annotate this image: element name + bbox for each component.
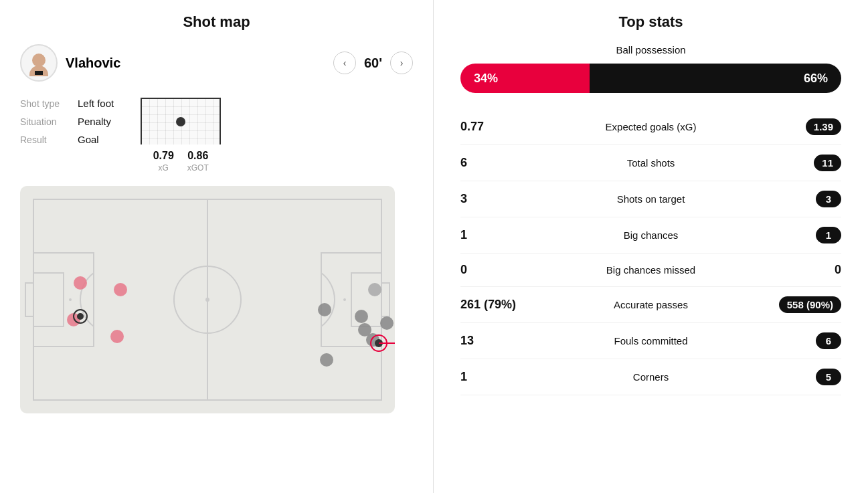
result-value: Goal [78,134,99,145]
result-row: Result Goal [20,134,114,145]
goal-post [141,98,221,144]
stat-right-value: 1.39 [768,118,841,135]
possession-right: 66% [590,64,841,93]
stat-right-value: 558 (90%) [768,296,841,313]
stat-right-value: 6 [768,332,841,349]
right-panel: Top stats Ball possession 34% 66% 0.77Ex… [434,0,868,493]
xg-values: 0.79 xG 0.86 xGOT [153,150,209,173]
svg-point-26 [355,310,368,323]
stat-row: 0Big chances missed0 [460,254,841,287]
shot-type-label: Shot type [20,98,67,109]
xg-value: 0.79 [153,150,174,162]
left-panel: Shot map Vlahovic ‹ 60' › Shot type Left… [0,0,434,493]
goal-graphic: 0.79 xG 0.86 xGOT [141,98,221,173]
avatar [20,44,58,82]
stat-name: Corners [534,371,768,383]
stat-badge: 1.39 [806,118,841,135]
stat-right-value: 5 [768,369,841,385]
svg-point-30 [320,353,333,367]
xgot-value: 0.86 [187,150,208,162]
possession-bar: 34% 66% [460,64,841,93]
svg-point-21 [110,330,124,343]
stat-row: 13Fouls committed6 [460,323,841,359]
stat-name: Expected goals (xG) [534,121,768,132]
svg-point-18 [74,276,87,290]
stats-list: 0.77Expected goals (xG)1.396Total shots1… [460,109,841,395]
svg-rect-4 [39,71,43,75]
stat-name: Fouls committed [534,335,768,347]
situation-row: Situation Penalty [20,116,114,127]
svg-point-17 [343,298,346,301]
stat-badge: 1 [816,227,841,243]
prev-button[interactable]: ‹ [333,52,356,74]
situation-label: Situation [20,116,67,127]
xgot-label: xGOT [187,163,209,173]
stat-right-value: 11 [768,155,841,171]
stat-left-value: 0 [460,263,534,277]
stat-left-value: 261 (79%) [460,298,534,312]
stat-value-plain: 0 [835,263,841,277]
svg-point-0 [32,54,46,67]
svg-point-27 [380,316,394,330]
time-display: 60' [364,56,382,71]
possession-label: Ball possession [460,44,841,56]
stat-left-value: 6 [460,156,534,170]
shot-type-row: Shot type Left foot [20,98,114,109]
stat-left-value: 3 [460,192,534,206]
xg-label: xG [159,163,169,173]
stat-row: 261 (79%)Accurate passes558 (90%) [460,287,841,323]
stat-badge: 11 [814,155,841,171]
stat-row: 6Total shots11 [460,145,841,181]
stat-left-value: 1 [460,370,534,384]
stat-right-value: 1 [768,227,841,243]
xg-item: 0.79 xG [153,150,174,173]
stat-row: 0.77Expected goals (xG)1.39 [460,109,841,145]
xgot-item: 0.86 xGOT [187,150,209,173]
svg-point-24 [368,283,381,296]
situation-value: Penalty [78,116,111,127]
stat-badge: 3 [816,191,841,207]
shot-map-title: Shot map [20,13,413,31]
svg-point-25 [318,303,331,316]
stat-left-value: 0.77 [460,120,534,134]
svg-rect-3 [35,71,39,75]
stat-row: 1Big chances1 [460,217,841,254]
stat-row: 3Shots on target3 [460,181,841,217]
stat-badge: 5 [816,369,841,385]
svg-point-19 [114,283,127,296]
shot-type-value: Left foot [78,98,114,109]
shot-details: Shot type Left foot Situation Penalty Re… [20,98,114,173]
stat-right-value: 0 [768,263,841,277]
svg-point-16 [69,298,72,301]
stat-name: Big chances missed [534,264,768,276]
result-label: Result [20,134,67,145]
top-stats-title: Top stats [460,13,841,31]
stat-badge: 558 (90%) [779,296,841,313]
stat-row: 1Corners5 [460,359,841,395]
stat-right-value: 3 [768,191,841,207]
stat-left-value: 13 [460,334,534,348]
player-header: Vlahovic ‹ 60' › [20,44,413,82]
player-name: Vlahovic [66,56,325,71]
shot-info: Shot type Left foot Situation Penalty Re… [20,98,413,173]
svg-point-23 [77,313,84,320]
stat-name: Accurate passes [534,299,768,310]
next-button[interactable]: › [390,52,413,74]
svg-point-9 [205,298,209,302]
stat-name: Total shots [534,157,768,169]
ball-in-goal [176,117,185,126]
field-container [20,186,395,413]
stat-left-value: 1 [460,228,534,242]
stat-name: Shots on target [534,193,768,205]
possession-left: 34% [460,64,590,93]
stat-name: Big chances [534,229,768,241]
stat-badge: 6 [816,332,841,349]
